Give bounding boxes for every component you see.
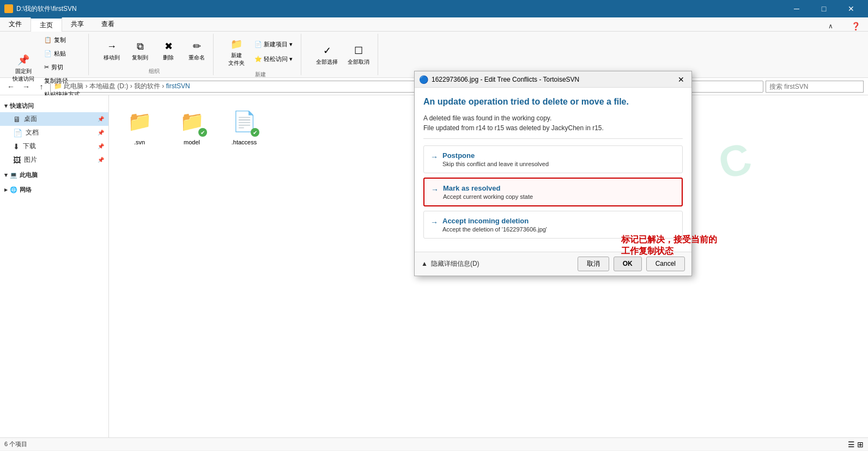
dialog-divider xyxy=(423,138,683,139)
postpone-option[interactable]: → Postpone Skip this conflict and leave … xyxy=(423,145,683,173)
postpone-arrow-icon: → xyxy=(430,153,438,161)
postpone-desc: Skip this conflict and leave it unresolv… xyxy=(442,161,676,167)
dialog-title: 1622973606.jpg - Edit Tree Conflicts - T… xyxy=(432,76,579,83)
dialog-title-icon: 🔵 xyxy=(419,75,428,84)
dialog-body: An update operation tried to delete or m… xyxy=(415,88,691,252)
accept-deletion-arrow-icon: → xyxy=(430,218,438,227)
dialog-info-line1: A deleted file was found in the working … xyxy=(423,114,683,122)
accept-deletion-title: Accept incoming deletion xyxy=(442,217,676,225)
mark-resolved-title: Mark as resolved xyxy=(443,184,675,192)
dialog-close-button[interactable]: ✕ xyxy=(675,74,687,86)
hide-details-button[interactable]: ▲ 隐藏详细信息(D) xyxy=(421,259,479,269)
chevron-up-icon: ▲ xyxy=(421,260,428,267)
hide-details-label: 隐藏详细信息(D) xyxy=(431,259,479,269)
dialog-title-bar: 🔵 1622973606.jpg - Edit Tree Conflicts -… xyxy=(415,71,691,88)
tree-conflict-dialog: 🔵 1622973606.jpg - Edit Tree Conflicts -… xyxy=(414,71,692,276)
accept-deletion-option[interactable]: → Accept incoming deletion Accept the de… xyxy=(423,211,683,239)
dialog-footer: ▲ 隐藏详细信息(D) 取消 OK Cancel xyxy=(415,252,691,276)
dialog-info-line2: File updated from r14 to r15 was deleted… xyxy=(423,124,683,132)
dialog-heading: An update operation tried to delete or m… xyxy=(423,96,683,108)
dialog-overlay: 🔵 1622973606.jpg - Edit Tree Conflicts -… xyxy=(0,0,868,451)
accept-deletion-desc: Accept the deletion of '1622973606.jpg' xyxy=(442,226,676,233)
ok-button[interactable]: OK xyxy=(614,257,642,271)
cancel-chinese-button[interactable]: 取消 xyxy=(578,257,609,271)
cancel-button[interactable]: Cancel xyxy=(646,257,685,271)
mark-resolved-option[interactable]: → Mark as resolved Accept current workin… xyxy=(423,178,683,206)
watermark: C xyxy=(713,133,757,190)
postpone-title: Postpone xyxy=(442,151,676,160)
mark-resolved-arrow-icon: → xyxy=(431,185,439,194)
mark-resolved-desc: Accept current working copy state xyxy=(443,193,675,200)
